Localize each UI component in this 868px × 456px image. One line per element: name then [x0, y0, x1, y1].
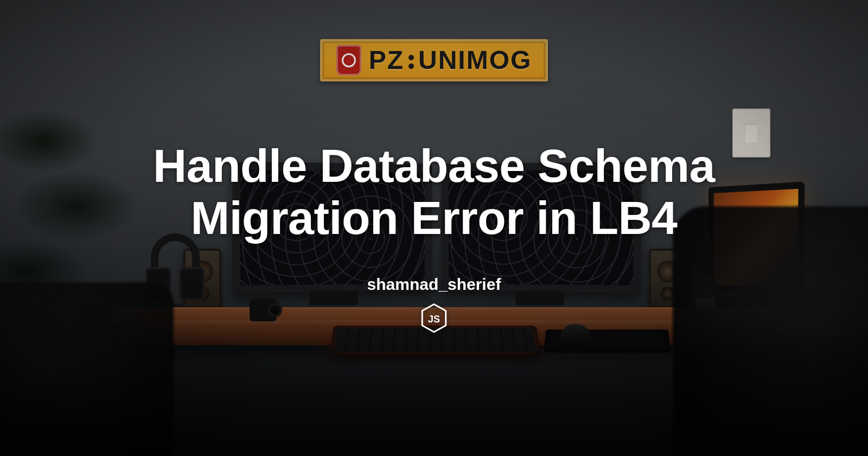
author-handle: shamnad_sherief: [367, 275, 501, 294]
hero-cover: PZUNIMOG Handle Database Schema Migratio…: [0, 0, 868, 456]
text-overlay: Handle Database Schema Migration Error i…: [0, 0, 868, 456]
nodejs-icon: JS: [421, 303, 447, 333]
article-title: Handle Database Schema Migration Error i…: [87, 140, 781, 244]
badge-letters: JS: [428, 314, 440, 325]
